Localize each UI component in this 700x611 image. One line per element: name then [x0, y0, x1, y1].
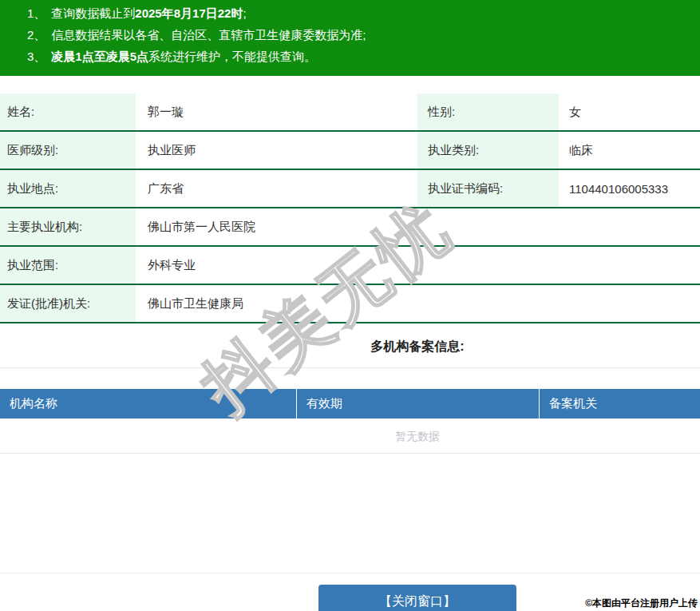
notice-number: 2、: [27, 28, 45, 42]
info-row-level-category: 医师级别: 执业医师 执业类别: 临床: [0, 132, 700, 170]
field-label-practice-location: 执业地点:: [0, 170, 136, 207]
footer-divider: [0, 573, 700, 573]
notice-bold-text: 2025年8月17日22时: [135, 6, 243, 20]
notice-bold-text: 凌晨1点至凌晨5点: [51, 50, 148, 63]
field-label-certificate-number: 执业证书编码:: [417, 170, 559, 207]
notice-banner: 1、查询数据截止到2025年8月17日22时; 2、信息数据结果以各省、自治区、…: [0, 0, 700, 76]
notice-text: 信息数据结果以各省、自治区、直辖市卫生健康委数据为准;: [51, 28, 366, 42]
field-value-certificate-number: 110440106005333: [559, 170, 700, 207]
page-container: 1、查询数据截止到2025年8月17日22时; 2、信息数据结果以各省、自治区、…: [0, 0, 700, 611]
notice-line-2: 2、信息数据结果以各省、自治区、直辖市卫生健康委数据为准;: [27, 24, 700, 46]
field-value-gender: 女: [559, 93, 700, 130]
practitioner-info-table: 姓名: 郭一璇 性别: 女 医师级别: 执业医师 执业类别: 临床 执业地点: …: [0, 93, 700, 323]
notice-text: 查询数据截止到: [51, 6, 135, 20]
info-row-issuing-authority: 发证(批准)机关: 佛山市卫生健康局: [0, 285, 700, 323]
info-row-name-gender: 姓名: 郭一璇 性别: 女: [0, 93, 700, 132]
notice-number: 3、: [27, 50, 45, 63]
field-label-gender: 性别:: [417, 93, 559, 130]
field-label-issuing-authority: 发证(批准)机关:: [0, 285, 136, 322]
empty-data-text: 暂无数据: [0, 419, 700, 454]
registry-header-row: 机构名称 有效期 备案机关: [0, 389, 700, 419]
info-row-location-certificate: 执业地点: 广东省 执业证书编码: 110440106005333: [0, 170, 700, 208]
header-cell-validity-period: 有效期: [297, 389, 540, 419]
field-label-practice-scope: 执业范围:: [0, 247, 136, 284]
close-window-button[interactable]: 【关闭窗口】: [318, 585, 516, 611]
field-value-practice-scope: 外科专业: [136, 247, 700, 284]
field-value-practice-location: 广东省: [136, 170, 417, 207]
field-value-practice-category: 临床: [559, 132, 700, 169]
section-divider: [0, 367, 700, 368]
field-value-main-institution: 佛山市第一人民医院: [136, 208, 700, 245]
credit-watermark: ©本图由平台注册用户上传: [585, 597, 698, 610]
info-row-practice-scope: 执业范围: 外科专业: [0, 247, 700, 285]
notice-line-1: 1、查询数据截止到2025年8月17日22时;: [27, 2, 700, 24]
section-title-multi-org-registry: 多机构备案信息:: [0, 324, 700, 367]
notice-text: ;: [243, 6, 246, 20]
field-value-doctor-level: 执业医师: [136, 132, 417, 169]
notice-line-3: 3、凌晨1点至凌晨5点系统进行维护，不能提供查询。: [27, 46, 700, 67]
field-value-name: 郭一璇: [136, 93, 417, 130]
field-label-doctor-level: 医师级别:: [0, 132, 136, 169]
info-row-main-institution: 主要执业机构: 佛山市第一人民医院: [0, 208, 700, 247]
field-value-issuing-authority: 佛山市卫生健康局: [136, 285, 700, 322]
notice-text: 系统进行维护，不能提供查询。: [148, 50, 316, 63]
notice-number: 1、: [27, 6, 45, 20]
header-cell-filing-authority: 备案机关: [540, 389, 700, 419]
header-cell-institution-name: 机构名称: [0, 389, 297, 419]
field-label-practice-category: 执业类别:: [417, 132, 559, 169]
field-label-main-institution: 主要执业机构:: [0, 208, 136, 245]
field-label-name: 姓名:: [0, 93, 136, 130]
